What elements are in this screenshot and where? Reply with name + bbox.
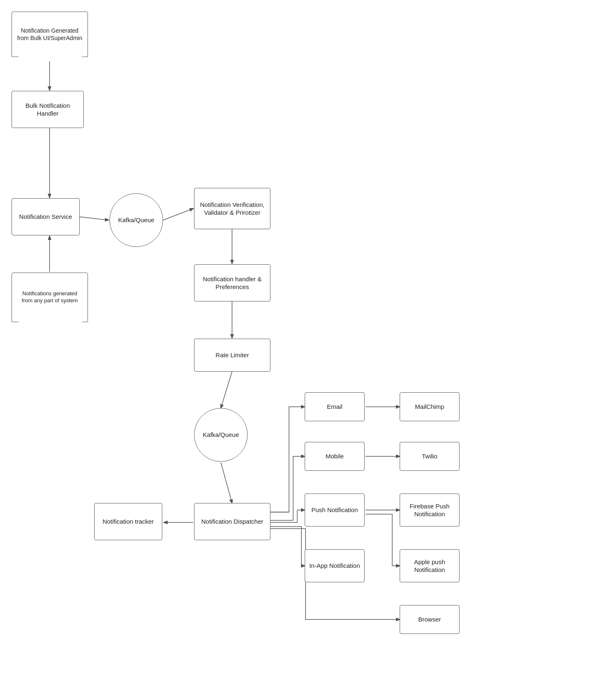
kafka-queue-2-label: Kafka/Queue xyxy=(203,431,239,439)
browser-label: Browser xyxy=(418,615,441,624)
notifications-system-node: Notifications generated from any part of… xyxy=(12,273,88,322)
svg-line-3 xyxy=(80,217,109,220)
svg-line-9 xyxy=(221,463,232,503)
notification-service-label: Notification Service xyxy=(19,213,72,221)
firebase-node: Firebase Push Notification xyxy=(400,494,460,527)
apple-push-node: Apple push Notification xyxy=(400,549,460,582)
inapp-notification-label: In-App Notification xyxy=(309,562,360,570)
apple-push-label: Apple push Notification xyxy=(403,558,456,574)
notification-tracker-node: Notification tracker xyxy=(94,503,162,540)
verification-label: Notification Verification, Validator & P… xyxy=(198,201,267,217)
inapp-notification-node: In-App Notification xyxy=(305,549,365,582)
kafka-queue-2-node: Kafka/Queue xyxy=(194,408,248,462)
browser-node: Browser xyxy=(400,605,460,634)
bulk-handler-label: Bulk Notification Handler xyxy=(15,102,80,118)
bulk-handler-node: Bulk Notification Handler xyxy=(12,91,84,128)
mailchimp-node: MailChimp xyxy=(400,392,460,421)
handler-prefs-node: Notification handler & Preferences xyxy=(194,264,270,301)
notifications-system-label: Notifications generated from any part of… xyxy=(15,289,84,306)
push-notification-node: Push Notification xyxy=(305,494,365,527)
kafka-queue-1-label: Kafka/Queue xyxy=(118,216,154,224)
twilio-label: Twilio xyxy=(422,452,438,460)
email-node: Email xyxy=(305,392,365,421)
firebase-label: Firebase Push Notification xyxy=(403,502,456,518)
notification-service-node: Notification Service xyxy=(12,198,80,235)
mobile-label: Mobile xyxy=(325,452,344,460)
notification-dispatcher-node: Notification Dispatcher xyxy=(194,503,270,540)
svg-line-5 xyxy=(163,209,193,220)
push-notification-label: Push Notification xyxy=(311,506,358,514)
mailchimp-label: MailChimp xyxy=(415,403,444,411)
verification-node: Notification Verification, Validator & P… xyxy=(194,188,270,229)
rate-limiter-node: Rate Limiter xyxy=(194,339,270,372)
notification-dispatcher-label: Notification Dispatcher xyxy=(201,517,263,526)
notification-tracker-label: Notification tracker xyxy=(102,517,154,526)
email-label: Email xyxy=(327,403,343,411)
twilio-node: Twilio xyxy=(400,442,460,471)
svg-line-8 xyxy=(221,372,232,408)
diagram-container: Notification Generated from Bulk UI/Supe… xyxy=(0,0,590,700)
arrows-svg xyxy=(0,0,590,700)
bulk-ui-label: Notification Generated from Bulk UI/Supe… xyxy=(15,25,84,43)
kafka-queue-1-node: Kafka/Queue xyxy=(109,193,163,247)
bulk-ui-node: Notification Generated from Bulk UI/Supe… xyxy=(12,12,88,57)
mobile-node: Mobile xyxy=(305,442,365,471)
rate-limiter-label: Rate Limiter xyxy=(216,351,249,359)
handler-prefs-label: Notification handler & Preferences xyxy=(198,275,267,291)
